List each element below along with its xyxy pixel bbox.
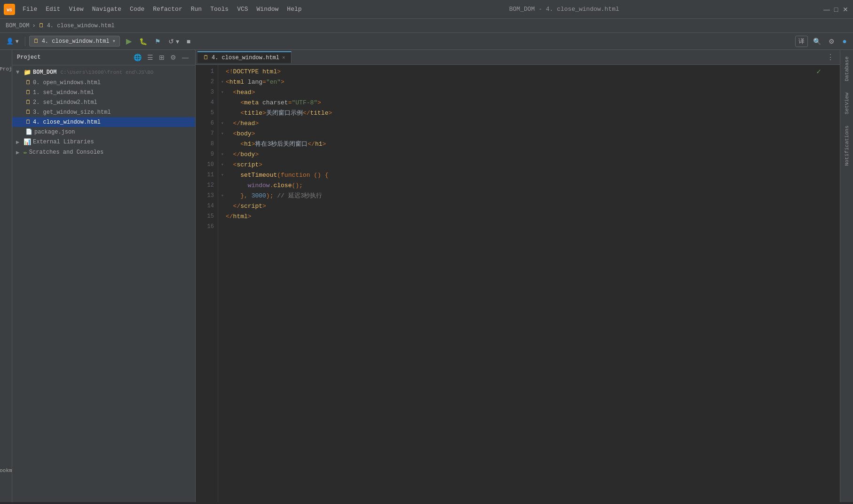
code-line-10: ▾ <script> [226,160,840,170]
run-toolbar: 👤 ▾ 🗒 4. close_window.html ▾ ▶ 🐛 ⚑ ↺ ▾ ■… [0,33,853,50]
menu-view[interactable]: View [65,4,87,15]
fold-arrow-10[interactable]: ▾ [219,161,226,169]
stop-button[interactable]: ■ [184,36,193,47]
tree-file-3[interactable]: 🗒 3. get_window_size.html [12,107,195,117]
fold-arrow-3[interactable]: ▾ [219,89,226,97]
fold-arrow-11[interactable]: ▾ [219,172,226,180]
code-line-9: ▾ </body> [226,150,840,160]
maximize-button[interactable]: □ [832,6,840,13]
run-config-dropdown[interactable]: 🗒 4. close_window.html ▾ [29,36,120,47]
menu-navigate[interactable]: Navigate [88,4,125,15]
tab-file-icon: 🗒 [203,54,209,61]
line-number-9: 9 [196,150,214,160]
tab-more-btn[interactable]: ⋮ [823,53,838,62]
file2-icon: 🗒 [25,99,31,106]
menu-code[interactable]: Code [126,4,148,15]
code-content[interactable]: <!DOCTYPE html>▾<html lang="en">▾ <head>… [218,65,840,502]
right-tab-notifications[interactable]: Notifications [842,121,852,171]
close-button[interactable]: ✕ [842,6,849,13]
settings-button[interactable]: ⚙ [826,36,837,47]
scratches-icon: ✏ [24,149,27,156]
right-panel-tabs: Database SetView Notifications [840,50,853,502]
root-folder-path: C:\Users\13600\front end\JS\BO [60,70,153,75]
sidebar-header: Project 🌐 ☰ ⊞ ⚙ — [12,50,195,65]
minimize-button[interactable]: — [823,6,830,13]
fold-arrow-6[interactable]: ▾ [219,120,226,128]
tree-file-4[interactable]: 🗒 4. close_window.html [12,117,195,127]
editor-checkmark: ✓ [816,67,821,76]
debug-button[interactable]: 🐛 [137,36,150,47]
file0-name: 0. open_windows.html [33,79,101,86]
tree-external-libraries[interactable]: ▶ 📊 External Libraries [12,137,195,147]
line-numbers: 12345678910111213141516 [196,65,218,502]
menu-vcs[interactable]: VCS [233,4,252,15]
file-tree: ▼ 📁 BOM_DOM C:\Users\13600\front end\JS\… [12,65,195,502]
sidebar-filter-btn[interactable]: ⊞ [157,53,166,62]
code-line-12: window.close(); [226,181,840,191]
breadcrumb-project[interactable]: BOM_DOM [6,23,29,29]
search-button[interactable]: 🔍 [811,36,823,47]
menu-run[interactable]: Run [187,4,205,15]
code-line-4: <meta charset="UTF-8"> [226,98,840,108]
root-folder-icon: 📁 [24,69,31,76]
menu-help[interactable]: Help [283,4,305,15]
file4-icon: 🗒 [25,118,31,126]
ext-lib-icon: 📊 [24,138,31,146]
menu-bar: File Edit View Navigate Code Refactor Ru… [19,4,306,15]
breadcrumb-file-icon: 🗒 [39,22,44,29]
project-side-tab: 📁 Project 🔖 Bookmarks [0,50,12,502]
tree-file-2[interactable]: 🗒 2. set_window2.html [12,97,195,107]
tree-file-0[interactable]: 🗒 0. open_windows.html [12,78,195,87]
tab-close-btn[interactable]: × [282,55,285,61]
file3-icon: 🗒 [25,109,31,116]
breadcrumb-sep1: › [32,23,35,29]
ext-lib-arrow: ▶ [16,139,22,146]
menu-tools[interactable]: Tools [206,4,232,15]
scratches-name: Scratches and Consoles [29,149,103,156]
tree-file-5[interactable]: 📄 package.json [12,127,195,137]
line-number-10: 10 [196,160,214,170]
fold-arrow-13[interactable]: ▾ [219,192,226,200]
editor-tabs: 🗒 4. close_window.html × ⋮ [196,50,840,65]
fold-arrow-7[interactable]: ▾ [219,130,226,138]
line-number-15: 15 [196,212,214,222]
line-number-2: 2 [196,77,214,87]
code-line-1: <!DOCTYPE html> [226,67,840,77]
fold-arrow-9[interactable]: ▾ [219,151,226,159]
sidebar: Project 🌐 ☰ ⊞ ⚙ — ▼ 📁 BOM_DOM C:\Users\1… [12,50,196,502]
profile-button[interactable]: 👤 ▾ [4,36,21,46]
avatar-button[interactable]: ● [840,36,849,47]
file1-name: 1. set_window.html [33,89,94,96]
line-number-14: 14 [196,201,214,212]
menu-refactor[interactable]: Refactor [149,4,186,15]
editor-tab-close-window[interactable]: 🗒 4. close_window.html × [197,51,292,63]
sidebar-collapse-btn[interactable]: — [180,53,190,62]
tree-scratches-consoles[interactable]: ▶ ✏ Scratches and Consoles [12,147,195,158]
translate-button[interactable]: 译 [795,36,808,47]
code-line-16 [226,222,840,232]
fold-arrow-2[interactable]: ▾ [219,79,226,87]
breadcrumb-file[interactable]: 4. close_window.html [47,23,115,29]
tree-root-bom-dom[interactable]: ▼ 📁 BOM_DOM C:\Users\13600\front end\JS\… [12,67,195,78]
code-line-14: </script> [226,201,840,212]
run-button[interactable]: ▶ [124,35,134,47]
svg-text:WS: WS [7,8,12,13]
code-line-3: ▾ <head> [226,87,840,98]
sidebar-gear-btn[interactable]: ⚙ [168,53,178,62]
right-tab-database[interactable]: Database [842,52,852,86]
reload-button[interactable]: ↺ ▾ [166,36,182,47]
menu-file[interactable]: File [19,4,41,15]
menu-window[interactable]: Window [253,4,283,15]
sidebar-list-btn[interactable]: ☰ [145,53,155,62]
code-line-8: <h1>将在3秒后关闭窗口</h1> [226,139,840,150]
code-line-5: <title>关闭窗口示例</title> [226,108,840,118]
menu-edit[interactable]: Edit [42,4,64,15]
line-number-7: 7 [196,129,214,139]
coverage-button[interactable]: ⚑ [152,36,163,47]
title-bar: WS File Edit View Navigate Code Refactor… [0,0,853,19]
code-line-2: ▾<html lang="en"> [226,77,840,87]
code-line-13: ▾ }, 3000); // 延迟3秒执行 [226,191,840,201]
right-tab-setview[interactable]: SetView [842,88,852,119]
sidebar-globe-btn[interactable]: 🌐 [132,53,143,62]
tree-file-1[interactable]: 🗒 1. set_window.html [12,87,195,97]
